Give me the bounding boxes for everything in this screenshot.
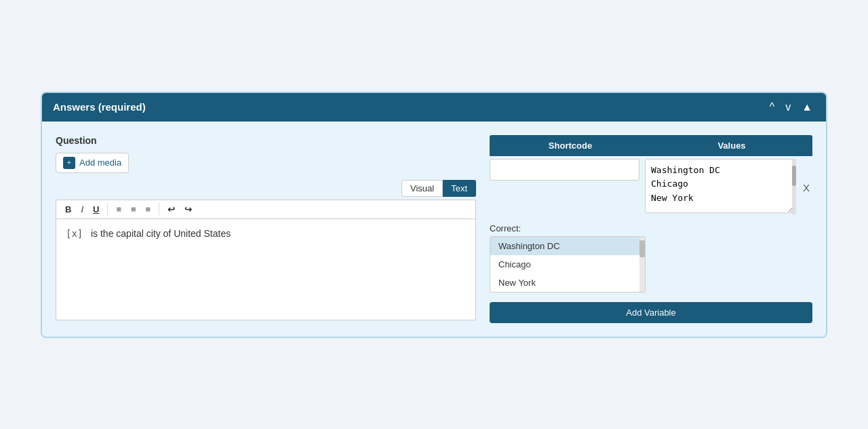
remove-row-button[interactable]: X — [800, 179, 812, 196]
undo-button[interactable]: ↩ — [164, 203, 178, 216]
editor-tabs: Visual Text — [56, 180, 476, 197]
values-textarea[interactable]: Washington DC Chicago New York — [645, 159, 795, 213]
add-variable-button[interactable]: Add Variable — [490, 302, 812, 323]
align-center-button[interactable]: ≡ — [127, 203, 140, 216]
col-values-header: Values — [651, 135, 812, 156]
shortcode-input[interactable] — [490, 159, 639, 181]
content-area: Question + Add media Visual Text B I U ≡… — [42, 122, 826, 337]
right-panel: Shortcode Values Washington DC Chicago N… — [490, 135, 812, 323]
values-col: Washington DC Chicago New York — [645, 159, 795, 215]
add-media-icon: + — [63, 157, 75, 169]
bold-button[interactable]: B — [62, 203, 75, 216]
correct-option-chicago[interactable]: Chicago — [490, 255, 645, 274]
redo-button[interactable]: ↪ — [181, 203, 195, 216]
editor-body[interactable]: [x] is the capital city of United States — [56, 219, 476, 320]
editor-area: Visual Text B I U ≡ ≡ ≡ ↩ ↪ [ — [56, 180, 476, 320]
correct-section: Correct: Washington DC Chicago New York — [490, 223, 812, 293]
editor-text: [x] is the capital city of United States — [66, 226, 466, 241]
shortcode-col — [490, 159, 639, 181]
dropdown-scroll-thumb — [639, 240, 645, 257]
table-header: Shortcode Values — [490, 135, 812, 156]
left-panel: Question + Add media Visual Text B I U ≡… — [56, 135, 490, 323]
correct-label: Correct: — [490, 223, 812, 234]
header-controls: ^ v ▲ — [767, 100, 815, 115]
collapse-btn[interactable]: ▲ — [799, 100, 815, 115]
underline-button[interactable]: U — [90, 203, 102, 216]
answers-panel: Answers (required) ^ v ▲ Question + Add … — [41, 92, 827, 338]
italic-button[interactable]: I — [77, 203, 87, 216]
toolbar-divider-2 — [159, 203, 159, 215]
chevron-up-btn[interactable]: ^ — [767, 100, 778, 115]
panel-title: Answers (required) — [53, 101, 146, 113]
col-shortcode-header: Shortcode — [490, 135, 651, 156]
tab-text[interactable]: Text — [443, 180, 476, 197]
toolbar-divider-1 — [107, 203, 108, 215]
table-data-row: Washington DC Chicago New York X — [490, 159, 812, 215]
correct-option-newyork[interactable]: New York — [490, 274, 645, 292]
scrollbar — [792, 159, 796, 215]
tab-visual[interactable]: Visual — [401, 180, 443, 197]
correct-dropdown[interactable]: Washington DC Chicago New York — [490, 236, 646, 293]
editor-toolbar: B I U ≡ ≡ ≡ ↩ ↪ — [56, 200, 476, 219]
panel-header: Answers (required) ^ v ▲ — [42, 93, 826, 122]
chevron-down-btn[interactable]: v — [783, 100, 793, 115]
correct-option-washington[interactable]: Washington DC — [490, 237, 645, 255]
question-label: Question — [56, 135, 476, 146]
align-right-button[interactable]: ≡ — [142, 203, 155, 216]
dropdown-scrollbar — [639, 237, 645, 292]
scrollbar-thumb — [792, 166, 796, 186]
align-left-button[interactable]: ≡ — [113, 203, 125, 216]
shortcode-tag: [x] — [66, 228, 83, 239]
add-media-label: Add media — [79, 157, 121, 168]
add-media-button[interactable]: + Add media — [56, 153, 129, 173]
